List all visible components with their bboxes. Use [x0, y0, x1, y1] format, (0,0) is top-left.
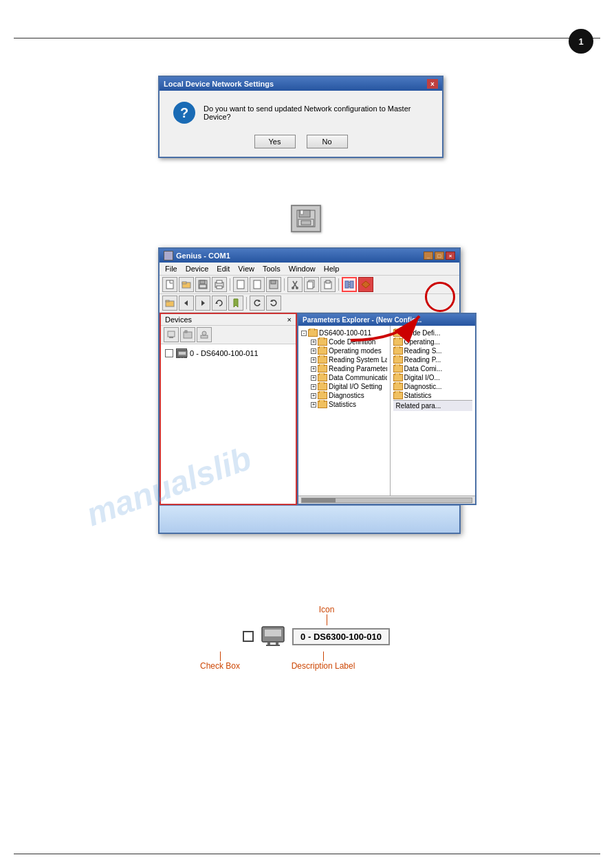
dialog-close-button[interactable]: × [427, 79, 438, 89]
toolbar2-refresh[interactable] [212, 296, 227, 311]
svg-marker-36 [215, 302, 218, 304]
menu-tools[interactable]: Tools [260, 264, 283, 274]
svg-rect-9 [200, 280, 205, 284]
dialog-message: Do you want to send updated Network conf… [204, 104, 428, 121]
tree-item-3-expander[interactable]: + [311, 366, 316, 372]
minimize-button[interactable]: _ [424, 252, 433, 260]
tree-item-4-expander[interactable]: + [311, 375, 316, 381]
copy-icon [307, 280, 316, 289]
menu-view[interactable]: View [235, 264, 257, 274]
device-checkbox[interactable] [165, 349, 173, 357]
diagram-checkbox[interactable] [243, 631, 254, 642]
tree-item-5[interactable]: + Digital I/O Setting [301, 382, 387, 391]
menu-edit[interactable]: Edit [214, 264, 232, 274]
toolbar-params-explorer[interactable] [342, 277, 357, 292]
svg-marker-35 [201, 300, 205, 306]
app-close-button[interactable]: × [446, 252, 455, 260]
tree-item-0-expander[interactable]: + [311, 340, 316, 345]
no-button[interactable]: No [307, 135, 348, 148]
tree-item-2-expander[interactable]: + [311, 357, 316, 363]
toolbar2-forward[interactable] [195, 296, 210, 311]
right-item-3[interactable]: Reading P... [393, 355, 472, 364]
svg-rect-25 [326, 280, 330, 283]
toolbar-extra[interactable] [358, 277, 373, 292]
svg-rect-23 [307, 282, 313, 289]
devices-icon1 [166, 330, 176, 340]
svg-rect-10 [199, 285, 206, 288]
svg-rect-13 [217, 286, 222, 289]
toolbar2-btn1[interactable] [162, 296, 177, 311]
right-folder-5 [393, 374, 403, 381]
svg-rect-55 [266, 645, 280, 646]
device-icon [176, 348, 187, 358]
devices-tb1[interactable] [164, 327, 179, 342]
toolbar-copy[interactable] [304, 277, 319, 292]
tree-item-7-expander[interactable]: + [311, 402, 316, 408]
svg-rect-54 [276, 642, 278, 645]
right-item-2[interactable]: Reading S... [393, 346, 472, 355]
dialog-window: Local Device Network Settings × ? Do you… [158, 76, 443, 158]
menu-device[interactable]: Device [183, 264, 212, 274]
tree-item-3[interactable]: + Reading Parameters [301, 364, 387, 373]
tree-item-6-expander[interactable]: + [311, 393, 316, 399]
menu-file[interactable]: File [162, 264, 180, 274]
devices-content: 0 - DS6400-100-011 [161, 344, 296, 504]
right-item-6[interactable]: Diagnostic... [393, 382, 472, 391]
save-icon2 [269, 280, 278, 289]
right-item-5[interactable]: Digital I/O... [393, 373, 472, 382]
right-item-4[interactable]: Data Comi... [393, 364, 472, 373]
toolbar-cut[interactable] [287, 277, 303, 292]
scrollbar-track[interactable] [301, 498, 472, 503]
app-window-controls: _ □ × [424, 252, 455, 260]
tree-item-4[interactable]: + Data Communication settin... [301, 373, 387, 382]
tree-item-2[interactable]: + Reading System Layout [301, 355, 387, 364]
toolbar-paste[interactable] [320, 277, 336, 292]
menu-bar: File Device Edit View Tools Window Help [160, 263, 459, 276]
toolbar2-btn6[interactable] [250, 296, 265, 311]
devices-panel: Devices × [160, 313, 297, 505]
app-titlebar: Genius - COM1 _ □ × [160, 249, 459, 263]
right-item-7[interactable]: Statistics [393, 391, 472, 400]
scrollbar-thumb[interactable] [302, 498, 336, 502]
toolbar-new[interactable] [162, 277, 177, 292]
doc-icon1 [236, 280, 245, 289]
yes-button[interactable]: Yes [254, 135, 296, 148]
app-title-text: Genius - COM1 [176, 252, 230, 260]
menu-window[interactable]: Window [286, 264, 318, 274]
devices-tb3[interactable] [197, 327, 212, 342]
maximize-button[interactable]: □ [435, 252, 444, 260]
device-item[interactable]: 0 - DS6400-100-011 [164, 347, 293, 359]
tree-item-6[interactable]: + Diagnostics [301, 391, 387, 400]
svg-point-20 [292, 287, 294, 289]
toolbar-save[interactable] [195, 277, 210, 292]
params-right-pane: Code Defi... Operating... Reading S... [391, 326, 475, 496]
tree-item-5-expander[interactable]: + [311, 384, 316, 390]
tree-item-4-folder [318, 374, 327, 381]
tree-item-5-label: Digital I/O Setting [329, 383, 382, 390]
toolbar2-back[interactable] [179, 296, 194, 311]
toolbar2-bookmark[interactable] [228, 296, 243, 311]
toolbar-btn7[interactable] [266, 277, 281, 292]
save-icon-big [291, 205, 321, 232]
devices-close[interactable]: × [287, 315, 292, 324]
right-folder-4 [393, 365, 403, 372]
app-window: Genius - COM1 _ □ × File Device Edit Vie… [158, 247, 461, 534]
toolbar-btn5[interactable] [233, 277, 248, 292]
toolbar-print[interactable] [212, 277, 227, 292]
toolbar-open[interactable] [179, 277, 194, 292]
params-scrollbar[interactable] [298, 496, 475, 504]
tree-item-7-folder [318, 401, 327, 408]
tree-item-1[interactable]: + Operating modes [301, 346, 387, 355]
back-icon [182, 298, 191, 308]
menu-help[interactable]: Help [321, 264, 342, 274]
tree-item-7[interactable]: + Statistics [301, 400, 387, 409]
toolbar-btn6[interactable] [250, 277, 265, 292]
tree-item-1-expander[interactable]: + [311, 348, 316, 354]
tree-root-expander[interactable]: - [301, 331, 307, 336]
tree-item-2-label: Reading System Layout [329, 356, 387, 364]
svg-marker-37 [234, 299, 238, 307]
toolbar2-btn7[interactable] [266, 296, 281, 311]
related-params-bar: Related para... [393, 400, 472, 411]
devices-tb2[interactable] [180, 327, 195, 342]
related-params-label: Related para... [396, 402, 441, 410]
